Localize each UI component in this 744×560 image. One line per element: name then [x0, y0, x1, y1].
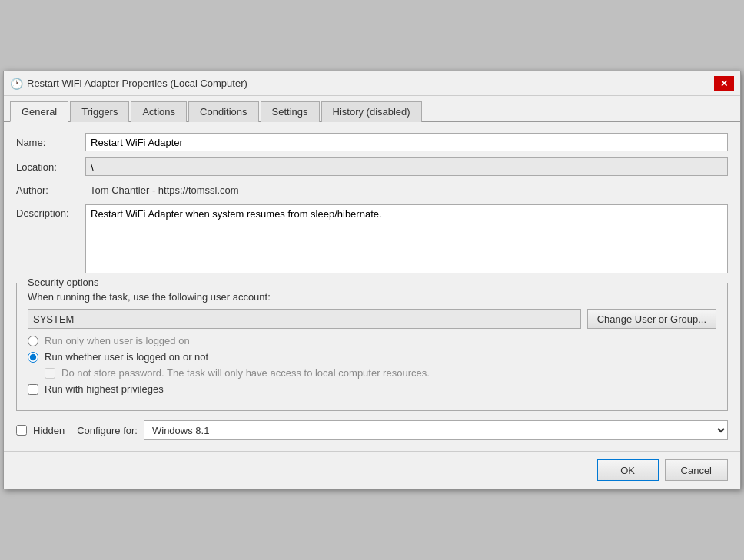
author-label: Author: [16, 184, 85, 196]
description-input[interactable]: Restart WiFi Adapter when system resumes… [85, 204, 728, 273]
security-options-group: Security options When running the task, … [16, 283, 728, 411]
highest-privileges-label: Run with highest privileges [45, 383, 164, 395]
title-bar: 🕐 Restart WiFi Adapter Properties (Local… [4, 71, 740, 96]
hidden-row: Hidden [16, 425, 65, 436]
no-password-label: Do not store password. The task will onl… [61, 367, 430, 379]
cancel-button[interactable]: Cancel [665, 459, 728, 481]
radio-logged-on-label: Run only when user is logged on [45, 335, 190, 346]
configure-row: Configure for: Windows Vista™, Windows S… [77, 420, 728, 440]
title-bar-left: 🕐 Restart WiFi Adapter Properties (Local… [10, 78, 247, 90]
radio-logged-on-row: Run only when user is logged on [28, 335, 716, 346]
tab-general[interactable]: General [10, 101, 68, 122]
location-input[interactable] [85, 157, 728, 176]
tab-triggers[interactable]: Triggers [70, 101, 129, 122]
hidden-label: Hidden [33, 425, 65, 436]
change-user-button[interactable]: Change User or Group... [587, 309, 716, 329]
tab-settings[interactable]: Settings [261, 101, 320, 122]
radio-logged-on-or-not-label: Run whether user is logged on or not [45, 351, 208, 363]
no-password-checkbox [45, 368, 55, 379]
tab-conditions[interactable]: Conditions [188, 101, 258, 122]
highest-privileges-row: Run with highest privileges [28, 383, 716, 395]
description-row: Description: Restart WiFi Adapter when s… [16, 204, 728, 273]
window-title: Restart WiFi Adapter Properties (Local C… [27, 78, 247, 89]
location-label: Location: [16, 161, 85, 173]
tab-content: Name: Location: Author: Tom Chantler - h… [4, 122, 740, 451]
configure-label: Configure for: [77, 425, 138, 436]
configure-select[interactable]: Windows Vista™, Windows Server™ 2008 Win… [144, 420, 728, 440]
radio-logged-on[interactable] [28, 336, 38, 346]
location-row: Location: [16, 157, 728, 176]
description-label: Description: [16, 204, 85, 219]
ok-button[interactable]: OK [597, 459, 659, 481]
name-label: Name: [16, 137, 85, 148]
author-value: Tom Chantler - https://tomssl.com [85, 182, 244, 198]
no-password-row: Do not store password. The task will onl… [45, 367, 716, 379]
tab-actions[interactable]: Actions [131, 101, 187, 122]
radio-logged-on-or-not-row: Run whether user is logged on or not [28, 351, 716, 363]
bottom-row: Hidden Configure for: Windows Vista™, Wi… [16, 420, 728, 440]
highest-privileges-checkbox[interactable] [28, 384, 38, 395]
user-account-input[interactable] [28, 309, 581, 329]
main-window: 🕐 Restart WiFi Adapter Properties (Local… [3, 71, 741, 489]
close-button[interactable]: ✕ [714, 76, 734, 91]
security-group-label: Security options [25, 277, 102, 288]
user-account-row: Change User or Group... [28, 309, 716, 329]
footer: OK Cancel [4, 451, 740, 489]
clock-icon: 🕐 [10, 78, 22, 90]
tab-history[interactable]: History (disabled) [321, 101, 422, 122]
name-input[interactable] [85, 133, 728, 151]
tab-bar: General Triggers Actions Conditions Sett… [4, 96, 740, 122]
hidden-checkbox[interactable] [16, 425, 27, 436]
radio-logged-on-or-not[interactable] [28, 352, 38, 363]
author-row: Author: Tom Chantler - https://tomssl.co… [16, 182, 728, 198]
run-task-description: When running the task, use the following… [28, 291, 716, 303]
name-row: Name: [16, 133, 728, 151]
